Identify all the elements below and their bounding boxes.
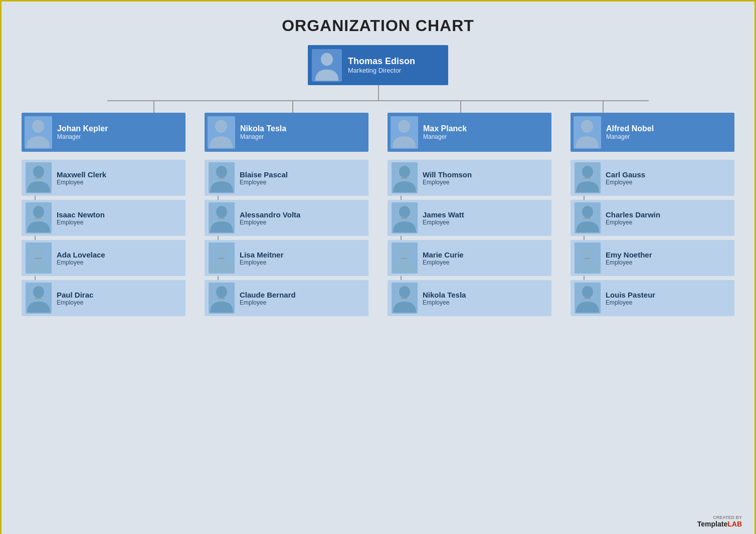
- emp-1-3-role: Employee: [57, 259, 105, 266]
- emp-wrapper-4-2: Charles Darwin Employee: [571, 200, 734, 236]
- emp-card-3-3: Marie Curie Employee: [388, 240, 551, 276]
- emp-wrapper-3-2: James Watt Employee: [388, 200, 551, 236]
- manager-3-employees: Will Thomson Employee: [388, 160, 551, 316]
- emp-1-1-name: Maxwell Clerk: [57, 170, 106, 179]
- manager-2-employees: Blaise Pascal Employee: [205, 160, 368, 316]
- manager-1-info: Johan Kepler Manager: [57, 124, 108, 140]
- manager-2-avatar: [208, 116, 235, 149]
- emp-1-4-role: Employee: [57, 299, 93, 306]
- emp-wrapper-1-3: Ada Lovelace Employee: [22, 240, 185, 276]
- watermark-brand: TemplateLAB: [697, 520, 742, 528]
- emp-1-1-avatar: [26, 162, 52, 193]
- emp-1-4-avatar: [26, 283, 52, 314]
- emp-card-3-2: James Watt Employee: [388, 200, 551, 236]
- emp-2-1-name: Blaise Pascal: [240, 170, 288, 179]
- emp-2-3-name: Lisa Meitner: [240, 250, 284, 259]
- emp-wrapper-1-1: Maxwell Clerk Employee: [22, 160, 185, 196]
- manager-3-role: Manager: [423, 133, 467, 140]
- svg-point-19: [582, 246, 593, 258]
- svg-point-13: [399, 206, 410, 218]
- emp-wrapper-1-2: Isaac Newton Employee: [22, 200, 185, 236]
- emp-card-4-4: Louis Pasteur Employee: [571, 280, 734, 316]
- page: ORGANIZATION CHART Thomas Edison Marketi…: [2, 2, 754, 534]
- emp-card-2-2: Alessandro Volta Employee: [205, 200, 368, 236]
- emp-3-3-role: Employee: [423, 259, 464, 266]
- emp-wrapper-4-4: Louis Pasteur Employee: [571, 280, 734, 316]
- svg-point-15: [399, 286, 410, 298]
- emp-3-4-name: Nikola Tesla: [423, 291, 466, 299]
- connector-to-manager-4: [603, 100, 604, 113]
- svg-point-14: [399, 246, 410, 258]
- emp-1-4-name: Paul Dirac: [57, 291, 93, 299]
- root-level: Thomas Edison Marketing Director: [22, 45, 734, 85]
- emp-4-1-name: Carl Gauss: [606, 170, 645, 179]
- root-connector: [22, 85, 734, 113]
- emp-wrapper-4-1: Carl Gauss Employee: [571, 160, 734, 196]
- emp-4-4-name: Louis Pasteur: [606, 291, 655, 299]
- root-name: Thomas Edison: [348, 56, 415, 67]
- connector-to-manager-2: [292, 100, 293, 113]
- svg-point-4: [33, 246, 44, 258]
- manager-4-avatar: [574, 116, 601, 149]
- manager-1-avatar: [25, 116, 52, 149]
- svg-point-11: [398, 120, 410, 133]
- manager-1-employees: Maxwell Clerk Employee: [22, 160, 185, 316]
- emp-card-2-4: Claude Bernard Employee: [205, 280, 368, 316]
- svg-point-9: [216, 246, 227, 258]
- emp-wrapper-2-1: Blaise Pascal Employee: [205, 160, 368, 196]
- emp-card-1-3: Ada Lovelace Employee: [22, 240, 185, 276]
- emp-wrapper-2-4: Claude Bernard Employee: [205, 280, 368, 316]
- emp-card-3-4: Nikola Tesla Employee: [388, 280, 551, 316]
- watermark-brand-suffix: LAB: [727, 520, 742, 528]
- svg-point-3: [33, 206, 44, 218]
- svg-point-8: [216, 206, 227, 218]
- emp-4-3-role: Employee: [606, 259, 652, 266]
- emp-card-2-1: Blaise Pascal Employee: [205, 160, 368, 196]
- emp-1-2-avatar: [26, 202, 52, 233]
- manager-col-4: Alfred Nobel Manager Carl Gaus: [571, 113, 734, 316]
- emp-2-1-role: Employee: [240, 179, 288, 186]
- emp-2-4-name: Claude Bernard: [240, 291, 296, 299]
- root-info: Thomas Edison Marketing Director: [348, 56, 415, 74]
- manager-col-3: Max Planck Manager Will Thomso: [388, 113, 551, 316]
- emp-3-1-role: Employee: [423, 179, 472, 186]
- svg-point-6: [215, 120, 227, 133]
- root-avatar: [312, 49, 342, 82]
- emp-3-4-role: Employee: [423, 299, 466, 306]
- svg-point-17: [582, 166, 593, 178]
- emp-3-2-role: Employee: [423, 219, 464, 226]
- emp-4-1-role: Employee: [606, 179, 645, 186]
- managers-level: Johan Kepler Manager Ma: [22, 113, 734, 316]
- emp-wrapper-4-3: Emy Noether Employee: [571, 240, 734, 276]
- svg-point-16: [581, 120, 593, 133]
- emp-card-3-1: Will Thomson Employee: [388, 160, 551, 196]
- emp-wrapper-1-4: Paul Dirac Employee: [22, 280, 185, 316]
- emp-1-2-name: Isaac Newton: [57, 210, 105, 219]
- emp-wrapper-2-3: Lisa Meitner Employee: [205, 240, 368, 276]
- emp-card-4-2: Charles Darwin Employee: [571, 200, 734, 236]
- manager-2-role: Manager: [240, 133, 286, 140]
- emp-card-1-2: Isaac Newton Employee: [22, 200, 185, 236]
- manager-3-name: Max Planck: [423, 124, 467, 133]
- emp-card-4-1: Carl Gauss Employee: [571, 160, 734, 196]
- svg-point-20: [582, 286, 593, 298]
- manager-1-name: Johan Kepler: [57, 124, 108, 133]
- watermark-created: CREATED BY: [697, 515, 742, 520]
- svg-point-10: [216, 286, 227, 298]
- manager-1-role: Manager: [57, 133, 108, 140]
- emp-2-2-role: Employee: [240, 219, 300, 226]
- manager-2-info: Nikola Tesla Manager: [240, 124, 286, 140]
- emp-3-2-name: James Watt: [423, 210, 464, 219]
- svg-point-2: [33, 166, 44, 178]
- emp-1-2-role: Employee: [57, 219, 105, 226]
- emp-1-1-avatar-icon: [26, 162, 52, 193]
- emp-wrapper-3-4: Nikola Tesla Employee: [388, 280, 551, 316]
- emp-2-4-role: Employee: [240, 299, 296, 306]
- root-avatar-icon: [312, 49, 342, 82]
- manager-3-info: Max Planck Manager: [423, 124, 467, 140]
- emp-2-3-role: Employee: [240, 259, 284, 266]
- manager-col-1: Johan Kepler Manager Ma: [22, 113, 185, 316]
- root-line-horizontal: [107, 100, 649, 101]
- emp-wrapper-2-2: Alessandro Volta Employee: [205, 200, 368, 236]
- connector-to-manager-3: [460, 100, 461, 113]
